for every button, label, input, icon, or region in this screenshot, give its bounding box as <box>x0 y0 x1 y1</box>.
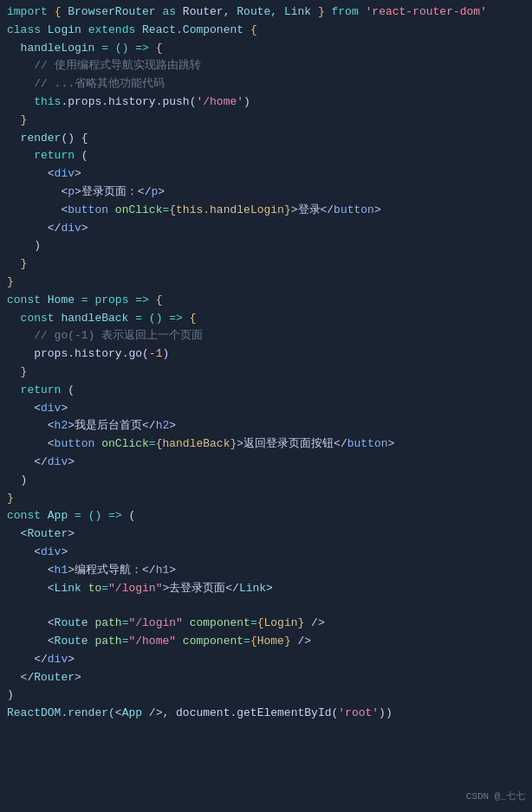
line-content: <h2>我是后台首页</h2> <box>7 417 525 435</box>
token: } <box>7 492 14 505</box>
code-line: // 使用编程式导航实现路由跳转 <box>0 57 532 75</box>
token: } <box>7 275 14 288</box>
code-line: </div> <box>0 220 532 238</box>
code-line: <h2>我是后台首页</h2> <box>0 417 532 435</box>
token: </ <box>7 671 34 684</box>
token: onClick <box>94 437 148 450</box>
footer-watermark: CSDN @_七七 <box>466 789 525 805</box>
code-line: <h1>编程式导航：</h1> <box>0 562 532 580</box>
token: < <box>7 564 55 577</box>
token: // 使用编程式导航实现路由跳转 <box>7 59 201 72</box>
line-content: </div> <box>7 651 525 669</box>
code-line: ) <box>0 686 532 705</box>
code-line <box>0 597 532 615</box>
code-line: </Router> <box>0 669 532 687</box>
token: > <box>266 582 273 595</box>
token: /> <box>291 635 311 648</box>
token: } <box>7 257 27 270</box>
line-content: class Login extends React.Component { <box>7 22 525 40</box>
line-content: </Router> <box>7 669 525 687</box>
token: p <box>68 185 75 198</box>
token: = () => <box>94 42 148 55</box>
token: component <box>183 616 250 629</box>
token: "/home" <box>128 635 176 648</box>
token: /> <box>304 616 324 629</box>
line-content: <p>登录页面：</p> <box>7 184 525 202</box>
line-content: const handleBack = () => { <box>7 310 525 328</box>
code-line: <div> <box>0 165 532 184</box>
token: > <box>68 455 75 468</box>
token: ReactDOM.render( <box>7 706 115 719</box>
line-content: ) <box>7 472 525 490</box>
token: = () => <box>128 312 182 325</box>
token: > <box>169 419 176 432</box>
line-content: </div> <box>7 220 525 238</box>
line-content: <div> <box>7 400 525 418</box>
token: React.Component <box>135 23 243 36</box>
line-content: <Router> <box>7 525 525 544</box>
code-line: const App = () => ( <box>0 507 532 525</box>
token: 'react-router-dom' <box>366 5 487 18</box>
code-line: import { BrowserRouter as Router, Route,… <box>0 3 532 22</box>
token: "/login" <box>128 616 182 629</box>
token: Home <box>41 293 75 306</box>
token: h2 <box>156 419 170 432</box>
code-line: const handleBack = () => { <box>0 310 532 328</box>
token: ) <box>7 474 27 487</box>
token: render <box>7 132 61 145</box>
line-content: const Home = props => { <box>7 292 525 310</box>
token: </ <box>7 653 48 666</box>
token <box>359 5 366 18</box>
line-content: import { BrowserRouter as Router, Route,… <box>7 3 525 22</box>
code-line: // go(-1) 表示返回上一个页面 <box>0 327 532 345</box>
code-line: } <box>0 112 532 130</box>
token: const <box>7 293 41 306</box>
code-line: <button onClick={handleBack}>返回登录页面按钮</b… <box>0 435 532 454</box>
code-line: </div> <box>0 454 532 472</box>
token: // ...省略其他功能代码 <box>7 77 165 90</box>
code-line: } <box>0 255 532 274</box>
token: return <box>7 149 75 162</box>
token: div <box>41 402 61 415</box>
token: </ <box>7 455 48 468</box>
line-content: ReactDOM.render(<App />, document.getEle… <box>7 705 525 723</box>
token: < <box>7 167 55 180</box>
token: as <box>156 5 176 18</box>
code-line: } <box>0 364 532 382</box>
token: { <box>149 42 163 55</box>
line-content: // go(-1) 表示返回上一个页面 <box>7 327 525 345</box>
line-content: } <box>7 274 525 292</box>
token: < <box>7 419 55 432</box>
token <box>48 5 55 18</box>
line-content: <Link to="/login">去登录页面</Link> <box>7 580 525 598</box>
line-content: } <box>7 112 525 130</box>
token: handleLogin <box>7 42 94 55</box>
token: = () => <box>68 509 121 522</box>
token: Route, <box>230 5 277 18</box>
token: < <box>115 706 122 719</box>
token: > <box>169 564 176 577</box>
token: >登录页面：</ <box>75 185 151 198</box>
line-content: </div> <box>7 454 525 472</box>
token: handleBack <box>55 312 129 325</box>
token: >去登录页面</ <box>162 582 238 595</box>
token: from <box>325 5 359 18</box>
token: () { <box>61 132 88 145</box>
token: > <box>388 437 395 450</box>
line-content: <button onClick={this.handleLogin}>登录</b… <box>7 202 525 220</box>
token: { <box>243 23 257 36</box>
token: {handleBack} <box>156 437 237 450</box>
line-content: <Route path="/home" component={Home} /> <box>7 633 525 651</box>
token: > <box>81 222 88 235</box>
token: import <box>7 5 48 18</box>
code-line: this.props.history.push('/home') <box>0 93 532 112</box>
token: Router, <box>176 5 230 18</box>
token: < <box>7 616 55 629</box>
token: < <box>7 185 68 198</box>
token: .props.history.push( <box>61 95 196 108</box>
token: button <box>55 437 95 450</box>
token: />, document.getElementById( <box>142 706 338 719</box>
token: )) <box>379 706 393 719</box>
token: Link <box>239 582 266 595</box>
token: Link <box>55 582 81 595</box>
